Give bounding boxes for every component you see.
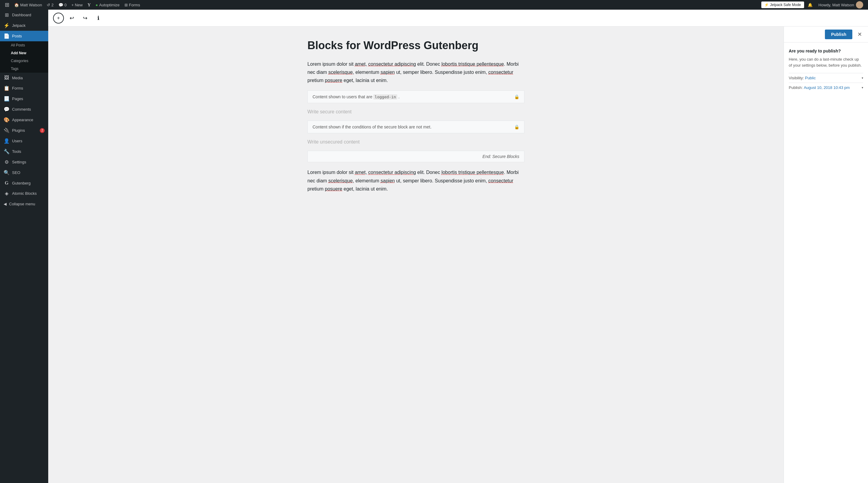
jetpack-sidebar-label: Jetpack — [12, 23, 26, 28]
secure-block-1: Content shown to users that are logged-i… — [307, 90, 524, 103]
visibility-value[interactable]: Public — [805, 76, 815, 80]
secure-block-2-text: Content shown if the conditions of the s… — [313, 124, 432, 129]
sidebar-item-dashboard[interactable]: ⊞ Dashboard — [0, 10, 48, 20]
settings-icon: ⚙ — [4, 159, 10, 165]
sidebar-item-comments[interactable]: 💬 Comments — [0, 104, 48, 115]
revisions-link[interactable]: ↺ 2 — [44, 0, 56, 10]
add-new-link[interactable]: Add New — [0, 49, 48, 57]
all-posts-link[interactable]: All Posts — [0, 41, 48, 49]
close-publish-sidebar-button[interactable]: ✕ — [855, 30, 864, 39]
jetpack-sidebar-link[interactable]: ⚡ Jetpack — [0, 20, 48, 31]
howdy-link[interactable]: 🔔 — [805, 0, 815, 10]
sidebar-item-seo[interactable]: 🔍 SEO — [0, 167, 48, 178]
sidebar-item-appearance[interactable]: 🎨 Appearance — [0, 115, 48, 125]
admin-bar: ⊞ 🏠 Matt Watson ↺ 2 💬 0 + New Y ● Autopt… — [0, 0, 868, 10]
publish-sidebar-header: Publish ✕ — [784, 27, 868, 42]
sidebar-item-media[interactable]: 🖼 Media — [0, 73, 48, 83]
publish-date-value[interactable]: August 10, 2018 10:43 pm — [804, 85, 850, 90]
tools-icon: 🔧 — [4, 149, 10, 154]
yoast-link[interactable]: Y — [85, 0, 93, 10]
sidebar-item-tools[interactable]: 🔧 Tools — [0, 146, 48, 157]
submenu-all-posts[interactable]: All Posts — [0, 41, 48, 49]
yoast-icon: Y — [87, 2, 91, 7]
seo-label: SEO — [12, 170, 20, 175]
jetpack-icon: ⚡ — [764, 3, 769, 7]
lorem-paragraph-2: Lorem ipsum dolor sit amet, consectetur … — [307, 168, 524, 193]
comments-link[interactable]: 💬 0 — [56, 0, 69, 10]
wp-logo-link[interactable]: ⊞ — [2, 0, 12, 10]
site-name: Matt Watson — [20, 3, 42, 7]
tags-link[interactable]: Tags — [0, 65, 48, 73]
appearance-link[interactable]: 🎨 Appearance — [0, 115, 48, 125]
sidebar-item-posts[interactable]: 📄 Posts All Posts Add New — [0, 31, 48, 73]
sidebar-item-settings[interactable]: ⚙ Settings — [0, 157, 48, 167]
redo-button[interactable]: ↪ — [80, 13, 90, 24]
site-name-link[interactable]: 🏠 Matt Watson — [12, 0, 44, 10]
sidebar-item-gutenberg[interactable]: G Gutenberg — [0, 178, 48, 188]
pages-link[interactable]: 📃 Pages — [0, 93, 48, 104]
undo-icon: ↩ — [70, 15, 74, 22]
submenu-add-new[interactable]: Add New — [0, 49, 48, 57]
post-title[interactable]: Blocks for WordPress Gutenberg — [307, 38, 524, 53]
info-button[interactable]: ℹ — [93, 13, 104, 24]
plugins-link[interactable]: 🔌 Plugins 2 — [0, 125, 48, 136]
collapse-menu-btn[interactable]: ◀ Collapse menu — [0, 199, 48, 209]
sidebar-item-atomic-blocks[interactable]: ◈ Atomic Blocks — [0, 188, 48, 199]
editor-toolbar: + ↩ ↪ ℹ — [48, 10, 868, 27]
visibility-chevron-icon[interactable]: ▾ — [862, 76, 863, 80]
sidebar-item-pages[interactable]: 📃 Pages — [0, 93, 48, 104]
lorem-text-1: Lorem ipsum dolor sit amet, consectetur … — [307, 61, 519, 83]
media-link[interactable]: 🖼 Media — [0, 73, 48, 83]
atomic-blocks-link[interactable]: ◈ Atomic Blocks — [0, 188, 48, 199]
appearance-label: Appearance — [12, 118, 33, 122]
howdy-text: Howdy, Matt Watson — [818, 3, 854, 7]
settings-link[interactable]: ⚙ Settings — [0, 157, 48, 167]
categories-label: Categories — [11, 59, 28, 63]
comments-count: 0 — [64, 3, 67, 7]
write-secure-placeholder[interactable]: Write secure content — [307, 107, 524, 117]
write-unsecured-placeholder[interactable]: Write unsecured content — [307, 137, 524, 147]
seo-link[interactable]: 🔍 SEO — [0, 167, 48, 178]
atomic-blocks-label: Atomic Blocks — [12, 191, 37, 196]
dashboard-label: Dashboard — [12, 13, 31, 17]
tools-label: Tools — [12, 149, 21, 154]
dashboard-link[interactable]: ⊞ Dashboard — [0, 10, 48, 20]
publish-date-chevron-icon[interactable]: ▾ — [862, 86, 863, 89]
secure-block-1-text: Content shown to users that are logged-i… — [313, 94, 400, 99]
posts-link[interactable]: 📄 Posts — [0, 31, 48, 41]
publish-button[interactable]: Publish — [825, 30, 852, 39]
forms-sidebar-label: Forms — [12, 86, 23, 90]
sidebar-item-plugins[interactable]: 🔌 Plugins 2 — [0, 125, 48, 136]
jetpack-safe-mode-btn[interactable]: ⚡ Jetpack Safe Mode — [761, 1, 804, 8]
autoptimize-label: Autoptimize — [99, 3, 120, 7]
new-content-link[interactable]: + New — [69, 0, 85, 10]
add-block-button[interactable]: + — [53, 13, 64, 24]
secure-block-2: Content shown if the conditions of the s… — [307, 121, 524, 133]
comments-sidebar-label: Comments — [12, 107, 31, 112]
users-link[interactable]: 👤 Users — [0, 136, 48, 146]
tools-link[interactable]: 🔧 Tools — [0, 146, 48, 157]
plugins-badge: 2 — [40, 128, 44, 133]
lorem-paragraph-1: Lorem ipsum dolor sit amet, consectetur … — [307, 60, 524, 85]
editor-full: + ↩ ↪ ℹ Blocks for WordPress Gutenberg — [48, 10, 868, 483]
sidebar-item-users[interactable]: 👤 Users — [0, 136, 48, 146]
publish-ready-heading: Are you ready to publish? — [789, 49, 863, 53]
notifications-icon: 🔔 — [808, 3, 812, 7]
forms-sidebar-icon: 📋 — [4, 85, 10, 91]
editor-body: Blocks for WordPress Gutenberg Lorem ips… — [48, 27, 868, 483]
forms-link[interactable]: ⊞ Forms — [122, 0, 143, 10]
home-icon: 🏠 — [14, 3, 19, 7]
sidebar-item-forms[interactable]: 📋 Forms — [0, 83, 48, 93]
categories-link[interactable]: Categories — [0, 57, 48, 65]
sidebar-item-jetpack[interactable]: ⚡ Jetpack — [0, 20, 48, 31]
info-icon: ℹ — [97, 15, 99, 22]
undo-button[interactable]: ↩ — [66, 13, 77, 24]
comments-sidebar-link[interactable]: 💬 Comments — [0, 104, 48, 115]
pages-icon: 📃 — [4, 96, 10, 101]
submenu-tags[interactable]: Tags — [0, 65, 48, 73]
forms-sidebar-link[interactable]: 📋 Forms — [0, 83, 48, 93]
submenu-categories[interactable]: Categories — [0, 57, 48, 65]
autoptimize-link[interactable]: ● Autoptimize — [93, 0, 122, 10]
gutenberg-link[interactable]: G Gutenberg — [0, 178, 48, 188]
revisions-count: 2 — [51, 3, 53, 7]
